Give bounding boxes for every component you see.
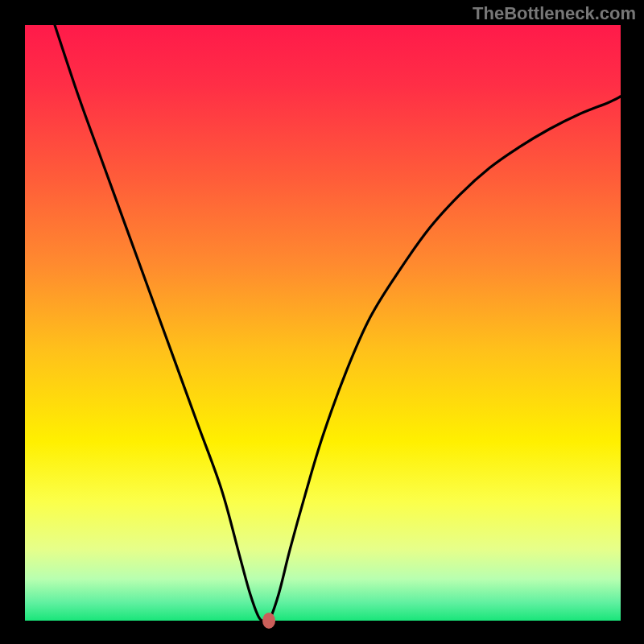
chart-curve-layer xyxy=(25,25,621,621)
minimum-marker xyxy=(262,613,275,629)
chart-plot-area xyxy=(25,25,621,621)
watermark-text: TheBottleneck.com xyxy=(473,3,636,24)
bottleneck-curve-path xyxy=(55,25,621,623)
